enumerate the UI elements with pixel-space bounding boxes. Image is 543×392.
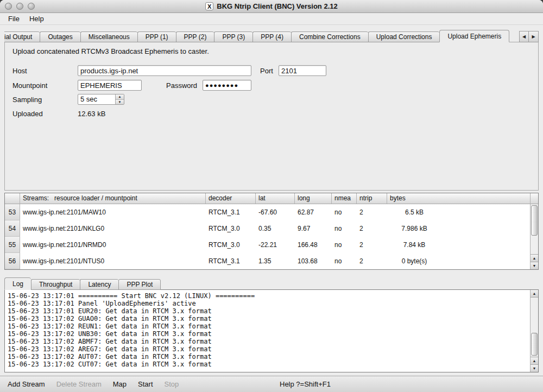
start-button[interactable]: Start	[138, 380, 153, 388]
log-line: 15-06-23 13:17:01 Panel 'UploadEphemeris…	[8, 300, 527, 307]
tab-ppp-3[interactable]: PPP (3)	[214, 31, 252, 42]
close-button[interactable]	[5, 3, 12, 10]
cell-filler	[441, 253, 530, 269]
log-line: 15-06-23 13:17:02 AUT07: Get data in RTC…	[8, 353, 527, 361]
tab-combine-corrections[interactable]: Combine Corrections	[291, 31, 368, 42]
cell-bytes[interactable]: 0 byte(s)	[387, 253, 441, 269]
scroll-up-icon[interactable]: ▲	[531, 290, 538, 298]
port-input[interactable]	[279, 65, 326, 76]
header-corner	[5, 193, 20, 204]
cell-decoder[interactable]: RTCM_3.0	[206, 220, 256, 237]
settings-tab-bar: ial Output Outages Miscellaneous PPP (1)…	[4, 30, 518, 42]
zoom-button[interactable]	[28, 3, 35, 10]
cell-bytes[interactable]: 6.5 kB	[387, 204, 441, 220]
cell-bytes[interactable]: 7.84 kB	[387, 237, 441, 253]
menu-help[interactable]: Help	[26, 14, 48, 24]
delete-stream-button[interactable]: Delete Stream	[56, 380, 102, 388]
header-nmea[interactable]: nmea	[332, 193, 357, 204]
row-number[interactable]: 54	[5, 220, 20, 237]
header-decoder[interactable]: decoder	[206, 193, 256, 204]
map-button[interactable]: Map	[113, 380, 127, 388]
stop-button[interactable]: Stop	[165, 380, 179, 388]
table-row[interactable]: 54 www.igs-ip.net:2101/NKLG0 RTCM_3.0 0.…	[5, 220, 530, 237]
cell-filler	[441, 237, 530, 253]
sampling-spinbox[interactable]: 5 sec ▲ ▼	[78, 94, 124, 105]
cell-ntrip[interactable]: 2	[357, 204, 387, 220]
header-lat[interactable]: lat	[256, 193, 295, 204]
row-number[interactable]: 55	[5, 237, 20, 253]
menu-file[interactable]: File	[4, 14, 23, 24]
cell-stream[interactable]: www.igs-ip.net:2101/NTUS0	[20, 253, 206, 269]
cell-decoder[interactable]: RTCM_3.1	[206, 253, 256, 269]
cell-stream[interactable]: www.igs-ip.net:2101/NKLG0	[20, 220, 206, 237]
tab-ppp-2[interactable]: PPP (2)	[176, 31, 214, 42]
tab-ppp-4[interactable]: PPP (4)	[252, 31, 291, 42]
header-long[interactable]: long	[295, 193, 332, 204]
tab-serial-output[interactable]: ial Output	[4, 31, 40, 42]
mountpoint-label: Mountpoint	[12, 81, 47, 90]
cell-long[interactable]: 9.67	[295, 220, 332, 237]
tab-ppp-1[interactable]: PPP (1)	[137, 31, 176, 42]
cell-decoder[interactable]: RTCM_3.1	[206, 204, 256, 220]
cell-nmea[interactable]: no	[332, 253, 357, 269]
tab-miscellaneous[interactable]: Miscellaneous	[80, 31, 137, 42]
cell-ntrip[interactable]: 2	[357, 220, 387, 237]
tab-ppp-plot[interactable]: PPP Plot	[118, 279, 161, 290]
streams-table-header: Streams: resource loader / mountpoint de…	[5, 193, 530, 204]
uploaded-value: 12.63 kB	[78, 110, 105, 118]
tab-log[interactable]: Log	[4, 277, 31, 290]
tab-scroll-right-icon[interactable]: ▶	[529, 31, 539, 42]
cell-decoder[interactable]: RTCM_3.0	[206, 237, 256, 253]
tab-outages[interactable]: Outages	[40, 31, 80, 42]
cell-lat[interactable]: 1.35	[256, 253, 295, 269]
scroll-up-icon[interactable]: ▲	[531, 357, 538, 364]
cell-long[interactable]: 62.87	[295, 204, 332, 220]
add-stream-button[interactable]: Add Stream	[8, 380, 45, 388]
cell-bytes[interactable]: 7.986 kB	[387, 220, 441, 237]
cell-long[interactable]: 166.48	[295, 237, 332, 253]
header-bytes[interactable]: bytes	[387, 193, 530, 204]
uploaded-label: Uploaded	[12, 110, 43, 118]
cell-filler	[441, 220, 530, 237]
tab-throughput[interactable]: Throughput	[31, 279, 80, 290]
scroll-down-icon[interactable]: ▼	[531, 364, 538, 372]
table-row[interactable]: 55 www.igs-ip.net:2101/NRMD0 RTCM_3.0 -2…	[5, 237, 530, 253]
scroll-down-icon[interactable]: ▼	[531, 262, 538, 269]
cell-stream[interactable]: www.igs-ip.net:2101/NRMD0	[20, 237, 206, 253]
password-input[interactable]	[203, 80, 251, 91]
tab-upload-ephemeris[interactable]: Upload Ephemeris	[439, 30, 509, 42]
panel-description: Upload concatenated RTCMv3 Broadcast Eph…	[12, 47, 209, 55]
spin-down-icon[interactable]: ▼	[116, 100, 124, 105]
row-number[interactable]: 53	[5, 204, 20, 220]
header-streams[interactable]: Streams: resource loader / mountpoint	[20, 193, 206, 204]
cell-ntrip[interactable]: 2	[357, 253, 387, 269]
scrollbar-thumb[interactable]	[531, 333, 538, 356]
scroll-up-icon[interactable]: ▲	[531, 254, 538, 262]
cell-lat[interactable]: 0.35	[256, 220, 295, 237]
table-row[interactable]: 56 www.igs-ip.net:2101/NTUS0 RTCM_3.1 1.…	[5, 253, 530, 269]
host-input[interactable]	[78, 65, 251, 76]
tab-upload-corrections[interactable]: Upload Corrections	[368, 31, 440, 42]
spin-up-icon[interactable]: ▲	[116, 94, 124, 100]
row-number[interactable]: 56	[5, 253, 20, 269]
streams-scrollbar[interactable]: ▲ ▼	[530, 193, 538, 269]
menubar: File Help	[0, 13, 543, 25]
streams-table-body: Streams: resource loader / mountpoint de…	[5, 193, 530, 269]
cell-nmea[interactable]: no	[332, 204, 357, 220]
table-row[interactable]: 53 www.igs-ip.net:2101/MAW10 RTCM_3.1 -6…	[5, 204, 530, 220]
cell-lat[interactable]: -22.21	[256, 237, 295, 253]
tab-scroll-left-icon[interactable]: ◀	[519, 31, 529, 42]
cell-long[interactable]: 103.68	[295, 253, 332, 269]
cell-nmea[interactable]: no	[332, 220, 357, 237]
scrollbar-thumb[interactable]	[531, 205, 538, 236]
minimize-button[interactable]	[16, 3, 23, 10]
cell-ntrip[interactable]: 2	[357, 237, 387, 253]
cell-stream[interactable]: www.igs-ip.net:2101/MAW10	[20, 204, 206, 220]
header-ntrip[interactable]: ntrip	[357, 193, 387, 204]
tab-latency[interactable]: Latency	[80, 279, 118, 290]
mountpoint-input[interactable]	[78, 80, 142, 91]
cell-lat[interactable]: -67.60	[256, 204, 295, 220]
log-line: 15-06-23 13:17:02 AREG7: Get data in RTC…	[8, 345, 527, 353]
cell-nmea[interactable]: no	[332, 237, 357, 253]
log-scrollbar[interactable]: ▲ ▲ ▼	[530, 290, 538, 372]
